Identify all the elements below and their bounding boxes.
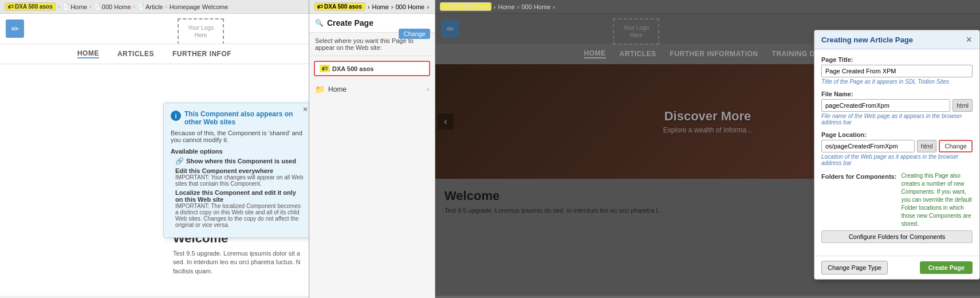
file-name-label: File Name: (821, 91, 973, 97)
left-nav: HOME ARTICLES FURTHER INFOF (0, 44, 309, 64)
nav-home-left[interactable]: HOME (77, 49, 99, 58)
option-localize[interactable]: Localize this Component and edit it only… (171, 189, 305, 228)
dxa-tag-icon: 🏷 (320, 65, 330, 72)
configure-folders-button[interactable]: Configure Folders for Components (821, 230, 973, 243)
middle-breadcrumb: 🏷 DXA 500 asos › Home › 000 Home › (309, 0, 435, 14)
left-logo: Your Logo Here (178, 18, 224, 45)
page-location-ext: html (917, 140, 937, 152)
folder-home[interactable]: 📁 Home › (309, 81, 435, 99)
info-icon: i (171, 111, 181, 121)
left-panel: 🏷 DXA 500 asos › 📄 Home › 📄 000 Home › 📄… (0, 0, 309, 298)
page-location-label: Page Location: (821, 131, 973, 138)
page-title-row: Page Title: Title of the Page as it appe… (821, 56, 973, 85)
middle-dxa-tag: 🏷 DXA 500 asos (314, 2, 365, 11)
option-show-where[interactable]: 🔗 Show where this Component is used (171, 157, 305, 165)
middle-panel: 🏷 DXA 500 asos › Home › 000 Home › 🔍 Cre… (309, 0, 435, 298)
folder-arrow-icon: › (427, 85, 429, 93)
file-ext-label: html (953, 99, 973, 112)
page-title-hint: Title of the Page as it appears in SDL T… (821, 79, 973, 85)
right-panel: 🏷 DXA 500 asos › Home › 000 Home › ✏ You… (435, 0, 980, 298)
left-edit-button[interactable]: ✏ (6, 19, 24, 38)
page-location-input[interactable] (821, 140, 915, 152)
modal-title: Creating new Article Page (821, 36, 913, 44)
create-page-button[interactable]: Create Page (920, 261, 973, 274)
select-instruction: Select where you want this Page to appea… (309, 33, 435, 56)
file-name-input[interactable] (821, 99, 950, 112)
change-page-type-button[interactable]: Change Page Type (821, 261, 888, 275)
page-title-label: Page Title: (821, 56, 973, 63)
option-edit-everywhere[interactable]: Edit this Component everywhere IMPORTANT… (171, 167, 305, 187)
modal-overlay: Creating new Article Page ✕ Page Title: … (435, 14, 980, 296)
left-content: ✏ Your Logo Here HOME ARTICLES FURTHER I… (0, 14, 309, 296)
change-button-middle[interactable]: Change (399, 29, 430, 39)
right-dxa-tag: 🏷 DXA 500 asos (440, 2, 491, 11)
page-title-input[interactable] (821, 65, 973, 77)
nav-further-left[interactable]: FURTHER INFOF (172, 50, 231, 58)
popup-close-btn[interactable]: ✕ (302, 105, 308, 113)
nav-articles-left[interactable]: ARTICLES (117, 50, 154, 58)
modal-body: Page Title: Title of the Page as it appe… (814, 49, 979, 256)
file-name-hint: File name of the Web page as it appears … (821, 113, 973, 126)
file-name-row: File Name: html File name of the Web pag… (821, 91, 973, 126)
right-breadcrumb: 🏷 DXA 500 asos › Home › 000 Home › (435, 0, 980, 14)
folders-label: Folders for Components: (821, 172, 896, 228)
search-icon: 🔍 (315, 19, 324, 27)
dxa-item[interactable]: 🏷 DXA 500 asos (314, 61, 430, 76)
modal-close-button[interactable]: ✕ (966, 35, 973, 44)
page-location-row: Page Location: html Change Location of t… (821, 131, 973, 166)
left-welcome-text: Test 9.5 upgrade. Loremus ipsumis dolor … (173, 249, 302, 276)
popup-title: i This Component also appears on other W… (171, 110, 305, 126)
shared-component-popup: ✕ i This Component also appears on other… (163, 103, 309, 238)
folder-icon: 📁 (315, 85, 325, 94)
right-content: ✏ Your Logo Here HOME ARTICLES FURTHER I… (435, 14, 980, 296)
tag-icon-left: 🏷 (8, 3, 14, 10)
dxa-tag-left[interactable]: 🏷 DXA 500 asos (5, 2, 56, 11)
folders-row: Folders for Components: Creating this Pa… (821, 172, 973, 243)
create-page-modal: Creating new Article Page ✕ Page Title: … (814, 30, 980, 280)
page-location-hint: Location of the Web page as it appears i… (821, 154, 973, 166)
page-location-change-button[interactable]: Change (939, 140, 973, 152)
folders-description: Creating this Page also creates a number… (901, 172, 973, 228)
modal-footer: Change Page Type Create Page (814, 256, 979, 279)
left-breadcrumb: 🏷 DXA 500 asos › 📄 Home › 📄 000 Home › 📄… (0, 0, 309, 14)
modal-header: Creating new Article Page ✕ (814, 30, 979, 49)
middle-title: Create Page (327, 18, 373, 28)
